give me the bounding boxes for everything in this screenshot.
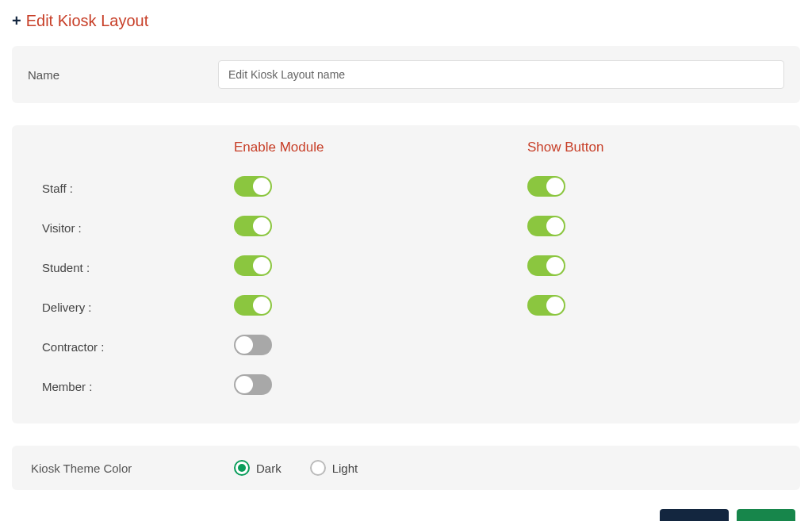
radio-icon [310, 460, 326, 476]
module-label: Visitor : [28, 221, 234, 235]
enable-module-toggle[interactable] [234, 176, 272, 197]
name-label: Name [28, 68, 218, 82]
show-button-toggle[interactable] [527, 295, 565, 316]
show-button-toggle[interactable] [527, 255, 565, 276]
theme-label: Kiosk Theme Color [28, 462, 234, 475]
theme-radio-group: DarkLight [234, 460, 358, 476]
theme-panel: Kiosk Theme Color DarkLight [12, 446, 800, 490]
enable-module-header: Enable Module [234, 140, 527, 155]
enable-module-toggle[interactable] [234, 374, 272, 395]
cancel-button[interactable]: Cancel [660, 509, 729, 521]
actions-bar: Cancel Save [12, 509, 800, 521]
page-title-text: Edit Kiosk Layout [26, 12, 149, 30]
theme-radio-item[interactable]: Dark [234, 460, 282, 476]
module-row: Visitor : [28, 208, 784, 247]
module-row: Delivery : [28, 287, 784, 327]
module-row: Member : [28, 366, 784, 406]
save-button[interactable]: Save [737, 509, 795, 521]
module-label: Student : [28, 261, 234, 274]
module-label: Contractor : [28, 340, 234, 354]
show-button-toggle[interactable] [527, 216, 565, 236]
radio-label: Dark [256, 462, 282, 475]
module-row: Staff : [28, 168, 784, 208]
radio-icon [234, 460, 250, 476]
enable-module-toggle[interactable] [234, 255, 272, 276]
show-button-toggle[interactable] [527, 176, 565, 197]
modules-panel: Enable Module Show Button Staff :Visitor… [12, 125, 800, 423]
module-label: Member : [28, 380, 234, 393]
enable-module-toggle[interactable] [234, 335, 272, 355]
plus-icon: + [12, 12, 21, 30]
show-button-header: Show Button [527, 140, 784, 155]
module-label: Staff : [28, 182, 234, 195]
enable-module-toggle[interactable] [234, 295, 272, 316]
module-row: Contractor : [28, 327, 784, 366]
module-row: Student : [28, 247, 784, 287]
page-title: + Edit Kiosk Layout [12, 12, 800, 30]
name-panel: Name [12, 46, 800, 103]
radio-label: Light [332, 462, 358, 475]
module-label: Delivery : [28, 301, 234, 314]
enable-module-toggle[interactable] [234, 216, 272, 236]
theme-radio-item[interactable]: Light [310, 460, 358, 476]
name-input[interactable] [218, 60, 784, 89]
